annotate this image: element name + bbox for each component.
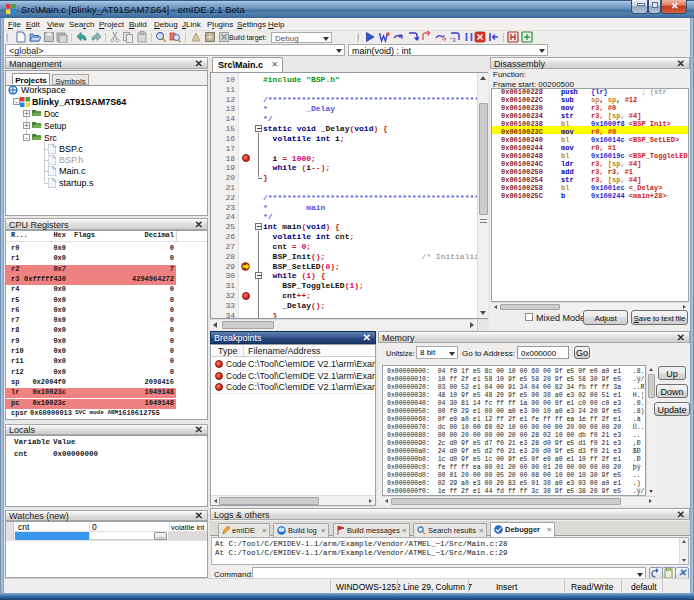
svg-text:"3: "3	[450, 37, 456, 43]
